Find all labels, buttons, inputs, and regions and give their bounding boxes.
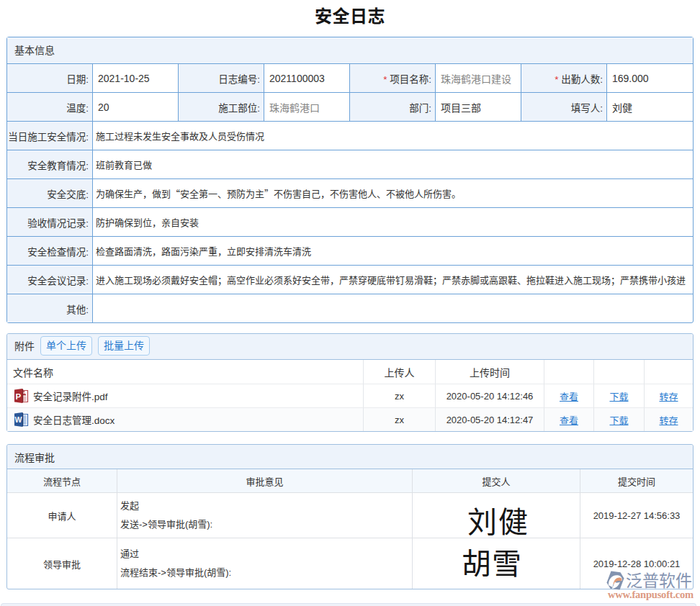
svg-text:P: P [15, 392, 21, 401]
svg-text:W: W [14, 415, 22, 424]
